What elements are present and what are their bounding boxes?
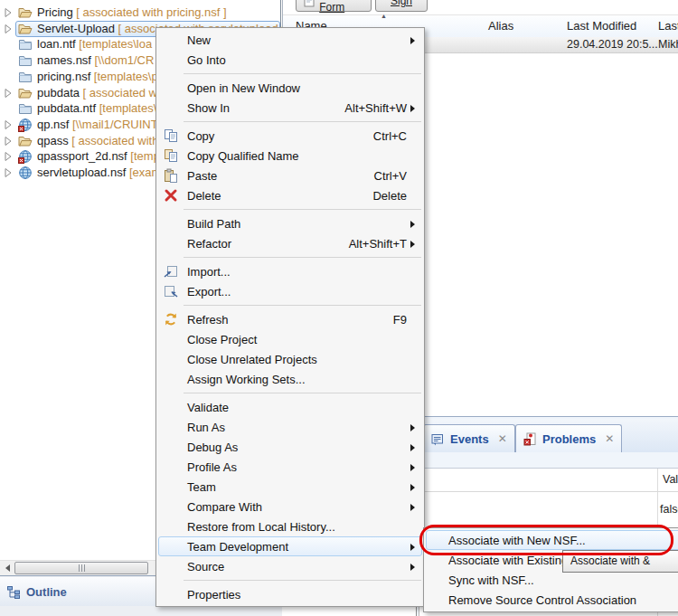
tree-item-label: qpassport_2d.nsf xyxy=(37,149,127,163)
tree-item-label: pricing.nsf xyxy=(37,70,90,83)
expand-arrow-icon[interactable] xyxy=(4,167,13,178)
tab-events[interactable]: Events ✕ xyxy=(423,424,515,452)
menu-item-show-in[interactable]: Show InAlt+Shift+W xyxy=(158,98,422,118)
menu-item-copy[interactable]: CopyCtrl+C xyxy=(158,126,422,146)
new-form-icon xyxy=(304,0,315,8)
tree-item-decoration: [ associated with pricing.nsf ] xyxy=(73,5,227,19)
menu-item-copy-qualified-name[interactable]: Copy Qualified Name xyxy=(158,146,422,166)
menu-item-close-project[interactable]: Close Project xyxy=(158,329,422,349)
menu-item-new[interactable]: New xyxy=(158,30,422,50)
menu-item-label: Assign Working Sets... xyxy=(187,373,306,386)
import-icon xyxy=(164,264,180,279)
menu-icon-spacer xyxy=(164,372,180,386)
submenu-arrow-icon xyxy=(409,240,417,249)
menu-item-refresh[interactable]: RefreshF9 xyxy=(158,309,422,329)
menu-item-remove-source-control-association[interactable]: Remove Source Control Association xyxy=(426,590,678,610)
menu-item-properties[interactable]: Properties xyxy=(158,584,422,604)
expand-arrow-icon[interactable] xyxy=(4,119,13,130)
menu-icon-spacer xyxy=(164,81,180,95)
tree-item-text: qpass [ associated with xyxy=(37,134,158,147)
database-error-icon xyxy=(18,149,33,164)
close-icon[interactable]: ✕ xyxy=(605,432,614,445)
tree-item-decoration: [templates\loa xyxy=(76,37,153,51)
menu-icon-spacer xyxy=(164,52,180,67)
submenu-arrow-icon xyxy=(409,423,417,432)
column-header-last-modified-by[interactable]: Last xyxy=(658,19,678,33)
value-column-header[interactable]: Value xyxy=(663,473,678,486)
menu-separator xyxy=(156,118,424,126)
scrollbar-left-arrow[interactable] xyxy=(0,561,15,575)
tree-item-text: Pricing [ associated with pricing.nsf ] xyxy=(37,5,227,19)
tree-item-label: servletupload.nsf xyxy=(37,166,126,179)
menu-item-label: Go Into xyxy=(187,53,226,67)
folder-open-icon xyxy=(18,86,33,100)
close-icon[interactable]: ✕ xyxy=(498,432,507,445)
menu-item-label: Show In xyxy=(187,101,230,115)
column-header-last-modified[interactable]: Last Modified xyxy=(567,19,636,33)
menu-item-label: Compare With xyxy=(187,500,262,514)
menu-icon-spacer xyxy=(164,420,180,434)
menu-item-open-in-new-window[interactable]: Open in New Window xyxy=(158,78,422,98)
scrollbar-thumb[interactable] xyxy=(14,562,148,574)
property-value-false: false xyxy=(660,503,678,516)
submenu-arrow-icon xyxy=(409,563,417,572)
menu-icon-spacer xyxy=(164,519,180,534)
tree-item-label: Servlet-Upload xyxy=(37,22,115,35)
folder-open-icon xyxy=(18,22,33,36)
menu-item-profile-as[interactable]: Profile As xyxy=(158,457,422,477)
menu-item-paste[interactable]: PasteCtrl+V xyxy=(158,166,422,185)
menu-item-sync-with-nsf[interactable]: Sync with NSF... xyxy=(426,570,678,590)
menu-item-assign-working-sets[interactable]: Assign Working Sets... xyxy=(158,369,422,389)
menu-icon-spacer xyxy=(164,33,180,47)
menu-item-import[interactable]: Import... xyxy=(158,261,422,281)
new-form-button[interactable]: New Form xyxy=(296,0,372,12)
export-icon xyxy=(164,284,180,299)
menu-item-label: Team xyxy=(187,480,216,494)
folder-closed-icon xyxy=(18,70,33,84)
tree-item-label: qp.nsf xyxy=(37,118,69,131)
menu-item-refactor[interactable]: RefactorAlt+Shift+T xyxy=(158,233,422,253)
sign-button[interactable]: Sign xyxy=(375,0,428,12)
menu-item-close-unrelated-projects[interactable]: Close Unrelated Projects xyxy=(158,349,422,369)
menu-item-restore-from-local-history[interactable]: Restore from Local History... xyxy=(158,516,422,536)
expand-arrow-icon[interactable] xyxy=(4,24,13,34)
menu-item-delete[interactable]: DeleteDelete xyxy=(158,185,422,205)
tree-item-text: pubdata.ntf [templates\ xyxy=(37,101,156,115)
menu-item-source[interactable]: Source xyxy=(158,556,422,576)
menu-item-go-into[interactable]: Go Into xyxy=(158,50,422,70)
copy-icon xyxy=(164,128,180,143)
submenu-arrow-icon xyxy=(409,503,417,512)
expand-arrow-icon[interactable] xyxy=(4,88,13,99)
menu-item-debug-as[interactable]: Debug As xyxy=(158,437,422,457)
expand-arrow-icon[interactable] xyxy=(4,136,13,147)
header-divider xyxy=(419,491,678,492)
menu-separator xyxy=(156,70,424,78)
expand-arrow-icon[interactable] xyxy=(4,7,13,18)
tree-item-text: loan.ntf [templates\loa xyxy=(37,37,152,51)
menu-item-label: Source xyxy=(187,560,224,573)
project-context-menu: NewGo IntoOpen in New WindowShow InAlt+S… xyxy=(155,27,425,607)
menu-item-validate[interactable]: Validate xyxy=(158,397,422,417)
menu-item-team-development[interactable]: Team Development xyxy=(158,536,422,556)
menu-item-compare-with[interactable]: Compare With xyxy=(158,497,422,516)
menu-item-build-path[interactable]: Build Path xyxy=(158,213,422,233)
menu-item-run-as[interactable]: Run As xyxy=(158,417,422,437)
expand-arrow-icon[interactable] xyxy=(4,151,13,162)
menu-item-associate-with-new-nsf[interactable]: Associate with New NSF... xyxy=(426,530,678,550)
tree-item-pricing[interactable]: Pricing [ associated with pricing.nsf ] xyxy=(0,5,282,21)
folder-open-icon xyxy=(18,134,33,148)
tree-item-label: pubdata xyxy=(37,86,80,100)
menu-item-label: Sync with NSF... xyxy=(427,573,534,587)
menu-item-export[interactable]: Export... xyxy=(158,281,422,301)
menu-icon-spacer xyxy=(164,216,180,231)
folder-closed-icon xyxy=(18,101,33,116)
menu-item-label: Restore from Local History... xyxy=(187,520,335,534)
tab-problems[interactable]: Problems ✕ xyxy=(515,424,622,452)
menu-item-shortcut: Ctrl+V xyxy=(374,169,421,183)
menu-icon-spacer xyxy=(164,539,180,554)
menu-item-team[interactable]: Team xyxy=(158,477,422,497)
problems-icon xyxy=(523,432,537,446)
submenu-arrow-icon xyxy=(409,104,417,113)
menu-icon-spacer xyxy=(164,559,180,573)
column-header-alias[interactable]: Alias xyxy=(488,19,513,33)
